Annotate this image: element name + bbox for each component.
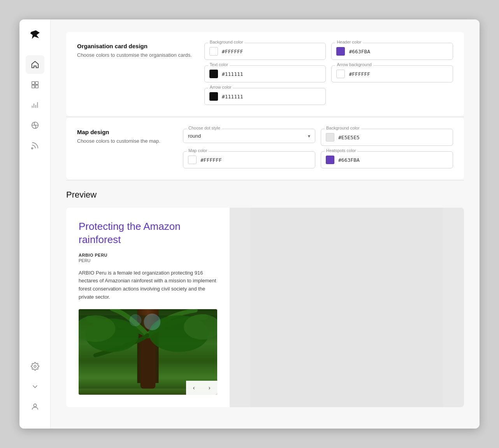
preview-left-panel: Protecting the Amazon rainforest ARBIO P… (66, 208, 230, 407)
arrow-color-swatch (209, 92, 218, 101)
globe-icon (31, 121, 39, 130)
arrow-background-field: Arrow background #FFFFFF (331, 65, 453, 82)
svg-rect-3 (35, 85, 38, 88)
arrow-background-swatch (336, 70, 345, 78)
sidebar-bottom (26, 357, 44, 422)
text-color-label: Text color (208, 62, 230, 67)
arrow-color-label: Arrow color (208, 85, 233, 89)
sidebar-item-dashboard[interactable] (26, 75, 44, 94)
map-background-color-value: #E5E5E5 (338, 135, 360, 140)
heatspots-color-label: Heatspots color (325, 148, 357, 153)
map-design-fields: Choose dot style round ▾ Background colo… (183, 129, 453, 168)
preview-org-title: Protecting the Amazon rainforest (79, 220, 217, 247)
preview-description: ARBIO Peru is a female led organization … (79, 269, 217, 301)
chevron-down-icon (31, 382, 39, 391)
text-color-field: Text color #111111 (204, 65, 326, 82)
app-window: Organisation card design Choose colors t… (19, 19, 480, 429)
map-background-color-swatch (326, 133, 334, 142)
main-content: Organisation card design Choose colors t… (51, 19, 480, 429)
org-card-section: Organisation card design Choose colors t… (66, 32, 464, 116)
org-card-title: Organisation card design (77, 43, 192, 49)
svg-rect-2 (32, 85, 34, 88)
map-design-header: Map design Choose colors to customise th… (77, 129, 453, 168)
sidebar-item-feed[interactable] (26, 136, 44, 155)
sidebar-item-profile[interactable] (26, 397, 44, 416)
header-color-label: Header color (335, 40, 363, 44)
preview-map-panel (230, 208, 464, 407)
section-divider-1 (66, 117, 464, 117)
map-background-color-label: Background color (325, 126, 361, 130)
preview-org-country: PERU (79, 258, 217, 263)
prev-image-button[interactable]: ‹ (186, 381, 202, 395)
map-design-title: Map design (77, 129, 170, 135)
header-color-swatch (336, 47, 345, 56)
sidebar-nav (26, 55, 44, 357)
preview-section: Preview Protecting the Amazon rainforest… (66, 180, 464, 407)
text-color-value: #111111 (222, 71, 243, 77)
sidebar-item-analytics[interactable] (26, 96, 44, 114)
preview-title: Preview (66, 190, 464, 200)
arrow-color-input[interactable]: #111111 (204, 88, 326, 105)
sidebar-item-settings[interactable] (26, 357, 44, 376)
map-color-value: #FFFFFF (200, 157, 222, 163)
next-image-button[interactable]: › (202, 381, 217, 395)
svg-point-5 (34, 365, 36, 368)
settings-icon (31, 362, 39, 371)
svg-rect-1 (35, 82, 38, 84)
header-color-field: Header color #663FBA (331, 43, 453, 60)
analytics-icon (31, 101, 39, 109)
svg-rect-0 (32, 82, 34, 84)
dropdown-arrow-icon: ▾ (308, 133, 310, 139)
dot-style-select[interactable]: round ▾ (183, 129, 315, 143)
heatspots-color-swatch (326, 156, 334, 164)
sidebar-item-collapse[interactable] (26, 377, 44, 396)
org-card-header: Organisation card design Choose colors t… (77, 43, 453, 105)
preview-card: Protecting the Amazon rainforest ARBIO P… (66, 208, 464, 407)
dot-style-label: Choose dot style (187, 126, 222, 130)
map-design-top-row: Choose dot style round ▾ Background colo… (183, 129, 453, 146)
map-canvas (230, 208, 464, 407)
preview-org-name: ARBIO PERU (79, 253, 217, 257)
background-color-label: Background color (208, 40, 245, 44)
header-color-input[interactable]: #663FBA (331, 43, 453, 60)
home-icon (31, 60, 39, 69)
arrow-background-label: Arrow background (335, 62, 373, 67)
feed-icon (31, 141, 39, 150)
heatspots-color-input[interactable]: #663FBA (321, 151, 453, 168)
svg-point-13 (144, 313, 160, 330)
text-color-input[interactable]: #111111 (204, 65, 326, 82)
dot-style-value: round (188, 133, 308, 139)
bird-icon (29, 29, 41, 41)
preview-image-nav: ‹ › (186, 381, 217, 395)
sidebar-item-globe[interactable] (26, 116, 44, 135)
map-background-color-input[interactable]: #E5E5E5 (321, 129, 453, 146)
map-design-subtitle: Choose colors to customise the map. (77, 138, 170, 145)
background-color-field: Background color #FFFFFF (204, 43, 326, 60)
heatspots-color-value: #663FBA (338, 157, 360, 163)
arrow-background-input[interactable]: #FFFFFF (331, 65, 453, 82)
svg-point-14 (129, 314, 141, 326)
map-design-section: Map design Choose colors to customise th… (66, 118, 464, 179)
org-card-subtitle: Choose colors to customise the organisat… (77, 52, 192, 59)
map-design-bottom-row: Map color #FFFFFF Heatspots color #6 (183, 151, 453, 168)
background-color-input[interactable]: #FFFFFF (204, 43, 326, 60)
text-color-swatch (209, 70, 218, 78)
map-color-input[interactable]: #FFFFFF (183, 151, 315, 168)
map-background-color-field: Background color #E5E5E5 (321, 129, 453, 146)
map-color-swatch (188, 156, 197, 164)
background-color-swatch (209, 47, 218, 56)
sidebar (19, 19, 51, 429)
arrow-background-value: #FFFFFF (349, 71, 370, 77)
org-card-title-area: Organisation card design Choose colors t… (77, 43, 192, 105)
dot-style-field: Choose dot style round ▾ (183, 129, 315, 146)
sidebar-item-home[interactable] (26, 55, 44, 74)
logo[interactable] (26, 26, 44, 46)
user-icon (31, 402, 39, 411)
arrow-color-field: Arrow color #111111 (204, 88, 326, 105)
heatspots-color-field: Heatspots color #663FBA (321, 151, 453, 168)
dashboard-icon (31, 80, 39, 89)
org-card-fields: Background color #FFFFFF Header color #6… (204, 43, 453, 105)
map-color-label: Map color (187, 148, 209, 153)
svg-point-6 (33, 404, 36, 407)
background-color-value: #FFFFFF (222, 49, 243, 54)
